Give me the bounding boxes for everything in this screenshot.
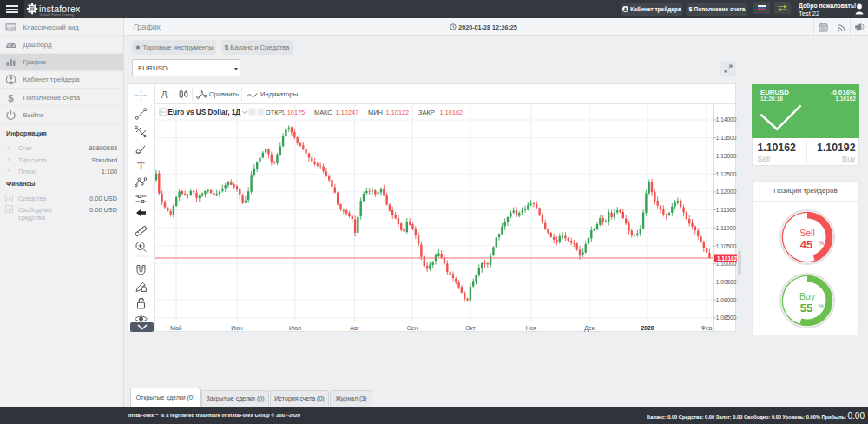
svg-text:1.09000: 1.09000 bbox=[716, 297, 737, 303]
svg-text:ЗАКР: ЗАКР bbox=[418, 109, 435, 116]
svg-text:2020: 2020 bbox=[641, 325, 654, 331]
svg-text:МАКС: МАКС bbox=[314, 109, 332, 116]
svg-text:1.10247: 1.10247 bbox=[336, 109, 359, 116]
svg-text:МИН: МИН bbox=[368, 109, 383, 116]
svg-text:1.13500: 1.13500 bbox=[716, 135, 737, 141]
svg-text:1.11500: 1.11500 bbox=[716, 207, 736, 213]
svg-text:1.12000: 1.12000 bbox=[716, 189, 737, 195]
svg-text:Дек: Дек bbox=[584, 325, 594, 332]
svg-text:Фев: Фев bbox=[701, 325, 713, 331]
svg-text:Июн: Июн bbox=[231, 325, 243, 331]
svg-text:1.12500: 1.12500 bbox=[716, 171, 737, 177]
svg-text:1.09500: 1.09500 bbox=[716, 279, 737, 285]
svg-text:Окт: Окт bbox=[465, 325, 475, 331]
svg-text:1.08500: 1.08500 bbox=[716, 315, 737, 321]
svg-text:Ноя: Ноя bbox=[526, 325, 537, 331]
svg-text:55: 55 bbox=[800, 301, 812, 315]
svg-text:$: $ bbox=[8, 93, 14, 103]
svg-text:Июл: Июл bbox=[289, 325, 301, 331]
svg-text:Euro vs US Dollar, 1Д: Euro vs US Dollar, 1Д bbox=[168, 109, 241, 116]
svg-text:1.13000: 1.13000 bbox=[716, 153, 737, 159]
svg-text:45: 45 bbox=[800, 238, 812, 251]
svg-text:1.10162: 1.10162 bbox=[717, 255, 737, 262]
svg-text:Май: Май bbox=[170, 325, 182, 331]
svg-text:1.14000: 1.14000 bbox=[716, 116, 737, 123]
svg-text:%: % bbox=[819, 240, 824, 246]
svg-text:Сен: Сен bbox=[407, 325, 418, 331]
svg-text:1.10122: 1.10122 bbox=[386, 109, 410, 116]
svg-text:1.11000: 1.11000 bbox=[716, 225, 736, 231]
svg-text:1.10175: 1.10175 bbox=[282, 109, 306, 116]
svg-text:%: % bbox=[819, 303, 824, 309]
svg-text:Авг: Авг bbox=[350, 325, 359, 331]
svg-text:T: T bbox=[138, 159, 145, 172]
svg-text:Buy: Buy bbox=[799, 291, 816, 301]
svg-text:1.10500: 1.10500 bbox=[716, 243, 737, 249]
svg-text:Sell: Sell bbox=[799, 228, 815, 238]
svg-text:1.10162: 1.10162 bbox=[440, 109, 464, 116]
svg-text:ОТКР: ОТКР bbox=[266, 109, 283, 116]
